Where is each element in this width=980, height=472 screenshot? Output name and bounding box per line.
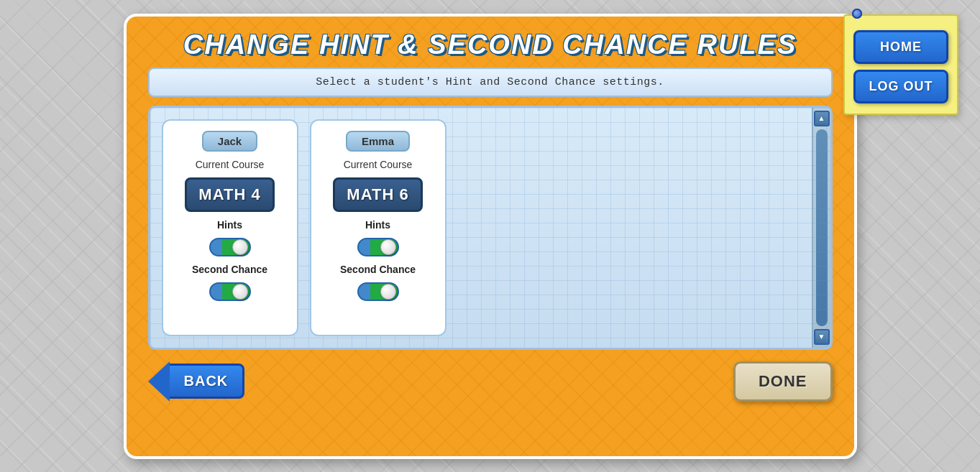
pushpin-right-icon [852, 9, 862, 19]
back-arrow-icon [148, 361, 170, 402]
second-chance-label-0: Second Chance [192, 264, 267, 275]
scroll-up-button[interactable]: ▲ [814, 111, 830, 126]
back-button[interactable]: BACK [148, 361, 245, 402]
second-chance-knob-0 [232, 284, 248, 300]
student-name-0: Jack [202, 131, 257, 152]
second-chance-toggle-0[interactable]: ON [209, 282, 251, 301]
course-label-0: Current Course [196, 159, 265, 170]
student-card-1: Emma Current Course MATH 6 Hints ON Seco… [310, 119, 447, 336]
course-label-1: Current Course [344, 159, 413, 170]
hints-knob-0 [232, 239, 248, 255]
scrollbar: ▲ ▼ [812, 108, 830, 348]
students-wrapper: Jack Current Course MATH 4 Hints ON Seco… [150, 108, 812, 348]
course-badge-0: MATH 4 [185, 177, 274, 212]
side-panel: HOME LOG OUT [843, 14, 958, 115]
student-card-0: Jack Current Course MATH 4 Hints ON Seco… [162, 119, 298, 336]
scroll-track [816, 129, 828, 326]
subtitle-text: Select a student's Hint and Second Chanc… [164, 76, 817, 88]
logout-button[interactable]: LOG OUT [853, 70, 948, 103]
done-button[interactable]: DONE [733, 361, 833, 402]
second-chance-toggle-1[interactable]: ON [357, 282, 399, 301]
scroll-down-button[interactable]: ▼ [814, 329, 830, 345]
content-area: Jack Current Course MATH 4 Hints ON Seco… [148, 106, 833, 350]
second-chance-knob-1 [380, 284, 396, 300]
hints-toggle-0[interactable]: ON [209, 238, 251, 256]
main-container: CHANGE HINT & SECOND CHANCE RULES Select… [124, 14, 857, 459]
hints-label-1: Hints [365, 219, 390, 231]
hints-toggle-1[interactable]: ON [357, 238, 399, 256]
home-button[interactable]: HOME [853, 30, 948, 64]
course-badge-1: MATH 6 [333, 177, 422, 212]
student-name-1: Emma [346, 131, 410, 152]
subtitle-bar: Select a student's Hint and Second Chanc… [148, 68, 833, 97]
second-chance-label-1: Second Chance [340, 264, 416, 275]
hints-knob-1 [380, 239, 396, 255]
title-area: CHANGE HINT & SECOND CHANCE RULES [127, 17, 854, 68]
page-title: CHANGE HINT & SECOND CHANCE RULES [141, 29, 840, 60]
hints-label-0: Hints [217, 219, 242, 231]
bottom-bar: BACK DONE [127, 350, 854, 402]
back-label: BACK [170, 364, 245, 399]
